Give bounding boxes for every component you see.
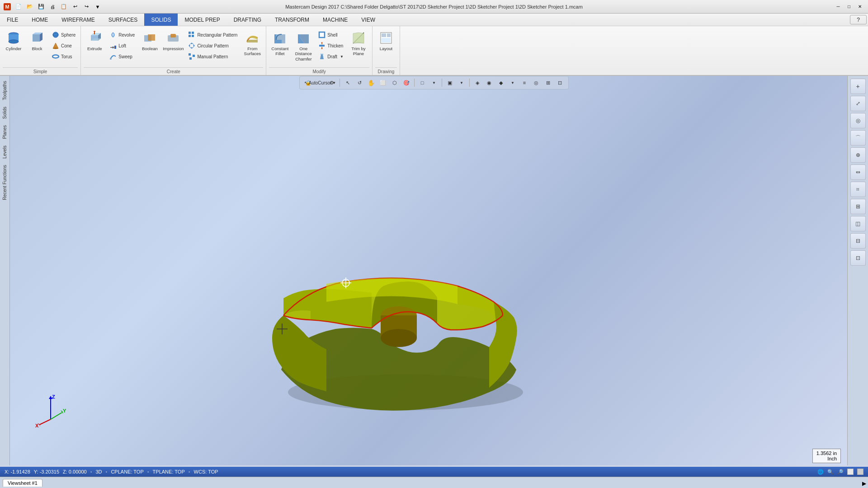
maximize-button[interactable]: □ bbox=[844, 2, 854, 11]
rs-tool10-button[interactable]: ⊡ bbox=[850, 250, 866, 266]
snap-settings-button[interactable]: ⚙ bbox=[327, 78, 337, 88]
menu-drafting[interactable]: DRAFTING bbox=[227, 14, 268, 26]
sphere-button[interactable]: Sphere bbox=[50, 30, 78, 40]
rs-tool7-button[interactable]: ⊞ bbox=[850, 199, 866, 214]
cone-button[interactable]: Cone bbox=[50, 41, 78, 51]
sidebar-tab-solids[interactable]: Solids bbox=[0, 103, 9, 122]
const-fillet-button[interactable]: Constant Fillet bbox=[269, 29, 291, 61]
view-mode-button[interactable]: □ bbox=[417, 78, 427, 88]
snap-dropdown[interactable]: ▼ bbox=[508, 78, 518, 88]
revolve-button[interactable]: Revolve bbox=[107, 30, 137, 40]
minimize-button[interactable]: ─ bbox=[834, 2, 843, 11]
rs-tool8-button[interactable]: ◫ bbox=[850, 216, 866, 231]
new-button[interactable]: 📄 bbox=[14, 2, 24, 12]
circ-pattern-button[interactable]: Circular Pattern bbox=[186, 41, 240, 51]
thicken-button[interactable]: Thicken bbox=[316, 41, 346, 51]
sidebar-tab-planes[interactable]: Planes bbox=[0, 122, 9, 142]
rs-tool5-button[interactable]: ⇔ bbox=[850, 164, 866, 180]
display1-dropdown[interactable]: ▼ bbox=[457, 78, 467, 88]
rs-tool4-button[interactable]: ⊕ bbox=[850, 147, 866, 163]
menu-model-prep[interactable]: MODEL PREP bbox=[178, 14, 226, 26]
layout-button[interactable]: Layout bbox=[375, 29, 397, 61]
shell-button[interactable]: Shell bbox=[316, 30, 346, 40]
help-button[interactable]: ? bbox=[850, 15, 867, 24]
one-dist-chamfer-button[interactable]: One Distance Chamfer bbox=[292, 29, 314, 63]
open-button[interactable]: 📂 bbox=[25, 2, 35, 12]
rs-tool3-button[interactable]: ⌒ bbox=[850, 130, 866, 145]
menu-home[interactable]: HOME bbox=[25, 14, 55, 26]
status-zoom-button[interactable]: 🔍 bbox=[827, 469, 834, 475]
autocursor-button[interactable]: ↖ AutoCursor ▼ bbox=[315, 78, 325, 88]
menu-machine[interactable]: MACHINE bbox=[316, 14, 354, 26]
status-color2[interactable] bbox=[857, 469, 863, 475]
rs-tool9-button[interactable]: ⊟ bbox=[850, 233, 866, 249]
menu-file[interactable]: FILE bbox=[0, 14, 25, 26]
status-mode: 3D bbox=[95, 469, 102, 474]
trim-plane-button[interactable]: Trim by Plane bbox=[348, 29, 369, 61]
properties-button[interactable]: 📋 bbox=[59, 2, 69, 12]
svg-point-2 bbox=[9, 40, 19, 43]
close-button[interactable]: ✕ bbox=[855, 2, 864, 11]
from-surfaces-button[interactable]: From Surfaces bbox=[241, 29, 263, 61]
zoom-fit-button[interactable]: ⬡ bbox=[390, 78, 400, 88]
status-search-button[interactable]: 🔎 bbox=[837, 469, 844, 475]
thicken-label: Thicken bbox=[327, 43, 343, 48]
loft-button[interactable]: Loft bbox=[107, 41, 137, 51]
rs-tool6-button[interactable]: ⌗ bbox=[850, 182, 866, 197]
svg-text:Y: Y bbox=[63, 408, 66, 413]
impression-button[interactable]: Impression bbox=[162, 29, 184, 61]
snap1-button[interactable]: ◈ bbox=[472, 78, 482, 88]
status-globe-button[interactable]: 🌐 bbox=[817, 469, 824, 475]
menu-solids[interactable]: SOLIDS bbox=[144, 14, 178, 26]
viewsheet-tab-1[interactable]: Viewsheet #1 bbox=[3, 479, 42, 487]
rotate-button[interactable]: ↺ bbox=[354, 78, 364, 88]
zoom-target-button[interactable]: 🎯 bbox=[401, 78, 411, 88]
extra3-button[interactable]: ⊡ bbox=[555, 78, 565, 88]
snap3-button[interactable]: ◆ bbox=[496, 78, 506, 88]
thicken-icon bbox=[318, 42, 326, 49]
status-y: Y: -3.20315 bbox=[34, 469, 59, 474]
statusbar: X: -1.91428 Y: -3.20315 Z: 0.00000 • 3D … bbox=[0, 467, 868, 477]
sweep-button[interactable]: Sweep bbox=[107, 52, 137, 61]
rs-add-button[interactable]: + bbox=[850, 79, 866, 94]
sidebar-tab-levels[interactable]: Levels bbox=[0, 142, 9, 162]
torus-button[interactable]: Torus bbox=[50, 52, 78, 61]
svg-text:Z: Z bbox=[52, 394, 55, 399]
customize-button[interactable]: ▼ bbox=[93, 2, 103, 12]
redo-button[interactable]: ↪ bbox=[81, 2, 91, 12]
sidebar-tab-toolpaths[interactable]: Toolpaths bbox=[0, 78, 9, 103]
extra1-button[interactable]: ◎ bbox=[531, 78, 541, 88]
menu-transform[interactable]: TRANSFORM bbox=[268, 14, 316, 26]
display1-button[interactable]: ▣ bbox=[445, 78, 455, 88]
menu-view[interactable]: VIEW bbox=[354, 14, 382, 26]
menu-wireframe[interactable]: WIREFRAME bbox=[55, 14, 101, 26]
main-viewport[interactable]: Z Y X bbox=[10, 76, 847, 465]
status-color1[interactable] bbox=[847, 469, 854, 475]
sidebar-tab-recent[interactable]: Recent Functions bbox=[0, 162, 9, 203]
status-cplane: CPLANE: TOP bbox=[111, 469, 143, 474]
view-mode-dropdown[interactable]: ▼ bbox=[429, 78, 439, 88]
rect-pattern-button[interactable]: Rectangular Pattern bbox=[186, 30, 240, 40]
rs-tool1-button[interactable]: ⤢ bbox=[850, 96, 866, 111]
extra2-button[interactable]: ⊞ bbox=[543, 78, 553, 88]
snap2-button[interactable]: ◉ bbox=[484, 78, 494, 88]
save-button[interactable]: 💾 bbox=[36, 2, 46, 12]
draft-dropdown-arrow[interactable]: ▼ bbox=[340, 55, 344, 59]
pan-button[interactable]: ✋ bbox=[366, 78, 376, 88]
extrude-button[interactable]: Extrude bbox=[84, 29, 105, 61]
manual-pattern-button[interactable]: Manual Pattern bbox=[186, 52, 240, 61]
block-button[interactable]: Block bbox=[26, 29, 48, 61]
undo-button[interactable]: ↩ bbox=[70, 2, 80, 12]
svg-marker-56 bbox=[353, 33, 364, 43]
viewsheet-scroll-right[interactable]: ▶ bbox=[862, 480, 866, 487]
print-button[interactable]: 🖨 bbox=[47, 2, 57, 12]
select-button[interactable]: ↖ bbox=[343, 78, 353, 88]
draft-button[interactable]: Draft ▼ bbox=[316, 52, 346, 61]
zoom-box-button[interactable]: ⬜ bbox=[378, 78, 388, 88]
boolean-button[interactable]: Boolean bbox=[139, 29, 160, 61]
rs-tool2-button[interactable]: ◎ bbox=[850, 113, 866, 128]
cylinder-button[interactable]: Cylinder bbox=[3, 29, 24, 61]
menu-surfaces[interactable]: SURFACES bbox=[102, 14, 145, 26]
svg-rect-39 bbox=[189, 57, 192, 60]
settings-button[interactable]: ≡ bbox=[519, 78, 529, 88]
